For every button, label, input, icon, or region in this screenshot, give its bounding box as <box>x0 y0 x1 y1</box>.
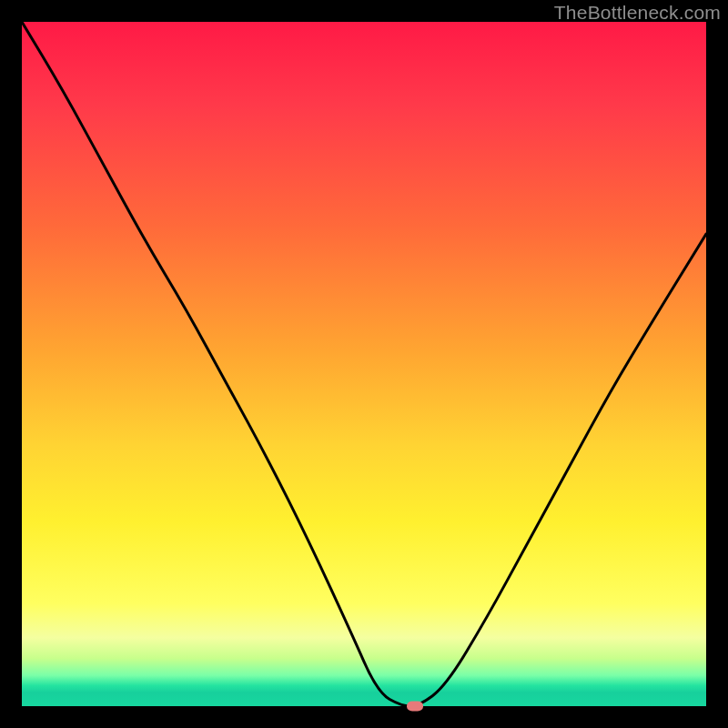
plot-area <box>22 22 706 706</box>
watermark-text: TheBottleneck.com <box>554 2 721 24</box>
valley-marker-icon <box>407 702 423 712</box>
chart-frame: TheBottleneck.com <box>0 0 728 728</box>
bottleneck-curve <box>22 22 706 706</box>
